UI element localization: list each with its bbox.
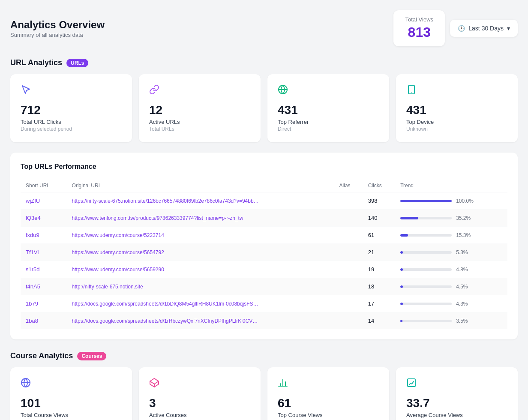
header-right: Total Views 813 🕐 Last 30 Days ▾ <box>393 10 518 46</box>
cell-original-url[interactable]: http://nifty-scale-675.notion.site <box>67 278 334 295</box>
cell-trend: 35.2% <box>395 210 507 227</box>
active-urls-number: 12 <box>149 103 250 117</box>
total-views-value: 813 <box>404 24 435 40</box>
cell-original-url[interactable]: https://nifty-scale-675.notion.site/126b… <box>67 192 334 210</box>
cell-alias <box>334 192 363 210</box>
chevron-down-icon: ▾ <box>507 25 510 32</box>
svg-rect-12 <box>408 379 415 387</box>
cell-clicks: 61 <box>363 227 395 244</box>
table-row: t4nA5 http://nifty-scale-675.notion.site… <box>21 278 507 295</box>
chart-sq-icon <box>406 378 507 390</box>
url-analytics-heading: URL Analytics URLs <box>10 58 518 67</box>
cell-original-url[interactable]: https://www.udemy.com/course/5223714 <box>67 227 334 244</box>
cell-original-url[interactable]: https://docs.google.com/spreadsheets/d/1… <box>67 295 334 312</box>
date-filter-button[interactable]: 🕐 Last 30 Days ▾ <box>450 20 518 37</box>
course-section-title: Course Analytics <box>10 351 73 360</box>
cell-alias <box>334 312 363 330</box>
cell-short-url[interactable]: 1ba8 <box>21 312 67 330</box>
page-title: Analytics Overview <box>10 19 105 31</box>
col-alias: Alias <box>334 179 363 192</box>
cell-clicks: 21 <box>363 244 395 261</box>
active-courses-title: Active Courses <box>149 412 250 418</box>
url-badge: URLs <box>66 59 88 67</box>
mobile-icon <box>406 84 507 97</box>
top-device-number: 431 <box>406 103 507 117</box>
cell-trend: 4.8% <box>395 261 507 278</box>
top-device-subtitle: Unknown <box>406 126 507 132</box>
cell-short-url[interactable]: fxdu9 <box>21 227 67 244</box>
cell-clicks: 14 <box>363 312 395 330</box>
cell-trend: 100.0% <box>395 192 507 210</box>
url-clicks-subtitle: During selected period <box>21 126 122 132</box>
stat-card-top-course-views: 61 Top Course Views Terraform 從零開始 - 10+… <box>267 367 389 420</box>
col-trend: Trend <box>395 179 507 192</box>
date-filter-label: Last 30 Days <box>468 25 504 32</box>
table-header: Short URL Original URL Alias Clicks Tren… <box>21 179 507 192</box>
top-referrer-number: 431 <box>278 103 379 117</box>
total-views-label: Total Views <box>404 16 435 23</box>
stat-card-avg-course-views: 33.7 Average Course Views Per course <box>396 367 518 420</box>
table-row: Tf1Vl https://www.udemy.com/course/56547… <box>21 244 507 261</box>
top-urls-table-card: Top URLs Performance Short URL Original … <box>10 153 518 339</box>
cell-clicks: 19 <box>363 261 395 278</box>
cursor-icon <box>21 84 122 97</box>
url-section-title: URL Analytics <box>10 58 62 67</box>
total-course-views-number: 101 <box>21 396 122 410</box>
stat-card-active-urls: 12 Active URLs Total URLs <box>139 74 261 142</box>
top-referrer-subtitle: Direct <box>278 126 379 132</box>
cell-original-url[interactable]: https://docs.google.com/spreadsheets/d/1… <box>67 312 334 330</box>
avg-course-views-number: 33.7 <box>406 396 507 410</box>
cell-alias <box>334 227 363 244</box>
cell-original-url[interactable]: https://www.udemy.com/course/5659290 <box>67 261 334 278</box>
cell-trend: 4.5% <box>395 278 507 295</box>
cell-clicks: 17 <box>363 295 395 312</box>
cell-clicks: 18 <box>363 278 395 295</box>
url-clicks-number: 712 <box>21 103 122 117</box>
cell-clicks: 140 <box>363 210 395 227</box>
cell-short-url[interactable]: wjZIU <box>21 192 67 210</box>
cell-alias <box>334 261 363 278</box>
cell-short-url[interactable]: Tf1Vl <box>21 244 67 261</box>
table-row: 1ba8 https://docs.google.com/spreadsheet… <box>21 312 507 330</box>
clock-icon: 🕐 <box>458 25 465 32</box>
cell-short-url[interactable]: s1r5d <box>21 261 67 278</box>
course-stats-row: 101 Total Course Views All time views 3 … <box>10 367 518 420</box>
table-row: wjZIU https://nifty-scale-675.notion.sit… <box>21 192 507 210</box>
col-short-url: Short URL <box>21 179 67 192</box>
cell-alias <box>334 244 363 261</box>
table-row: 1b79 https://docs.google.com/spreadsheet… <box>21 295 507 312</box>
cell-original-url[interactable]: https://www.udemy.com/course/5654792 <box>67 244 334 261</box>
active-courses-number: 3 <box>149 396 250 410</box>
graduation-icon <box>149 378 250 390</box>
top-course-views-title: Top Course Views <box>278 412 379 418</box>
table-row: lQ3e4 https://www.tenlong.com.tw/product… <box>21 210 507 227</box>
cell-short-url[interactable]: 1b79 <box>21 295 67 312</box>
url-stats-row: 712 Total URL Clicks During selected per… <box>10 74 518 142</box>
cell-clicks: 398 <box>363 192 395 210</box>
stat-card-url-clicks: 712 Total URL Clicks During selected per… <box>10 74 132 142</box>
cell-alias <box>334 278 363 295</box>
col-clicks: Clicks <box>363 179 395 192</box>
cell-original-url[interactable]: https://www.tenlong.com.tw/products/9786… <box>67 210 334 227</box>
cell-trend: 5.3% <box>395 244 507 261</box>
active-urls-title: Active URLs <box>149 119 250 125</box>
cell-short-url[interactable]: lQ3e4 <box>21 210 67 227</box>
globe-icon <box>278 84 379 97</box>
stat-card-top-referrer: 431 Top Referrer Direct <box>267 74 389 142</box>
link-icon <box>149 84 250 97</box>
cell-short-url[interactable]: t4nA5 <box>21 278 67 295</box>
page-subtitle: Summary of all analytics data <box>10 32 105 38</box>
col-original-url: Original URL <box>67 179 334 192</box>
chart-bar-icon <box>278 378 379 390</box>
avg-course-views-title: Average Course Views <box>406 412 507 418</box>
page-header: Analytics Overview Summary of all analyt… <box>10 10 518 46</box>
top-referrer-title: Top Referrer <box>278 119 379 125</box>
stat-card-total-course-views: 101 Total Course Views All time views <box>10 367 132 420</box>
total-course-views-title: Total Course Views <box>21 412 122 418</box>
course-analytics-heading: Course Analytics Courses <box>10 351 518 360</box>
top-course-views-number: 61 <box>278 396 379 410</box>
active-urls-subtitle: Total URLs <box>149 126 250 132</box>
total-views-card: Total Views 813 <box>393 10 445 46</box>
top-urls-table: Short URL Original URL Alias Clicks Tren… <box>21 179 507 329</box>
cell-trend: 3.5% <box>395 312 507 330</box>
